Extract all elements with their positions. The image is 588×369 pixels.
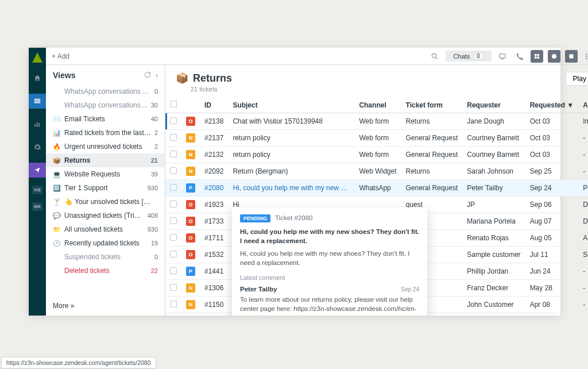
- conversations-icon[interactable]: [496, 50, 509, 63]
- col-7[interactable]: Requested ▼: [525, 97, 579, 113]
- ticket-requester: Sample customer: [462, 247, 525, 263]
- apps-grid-icon[interactable]: [582, 50, 588, 63]
- view-item-icon: 🍸: [53, 198, 61, 206]
- nav-home[interactable]: [29, 71, 46, 86]
- chats-pill[interactable]: Chats0: [446, 51, 492, 62]
- row-checkbox[interactable]: [170, 251, 177, 257]
- ticket-requester: Courtney Barnett: [462, 147, 525, 163]
- row-checkbox[interactable]: [170, 117, 177, 124]
- col-6[interactable]: Requester: [462, 97, 525, 113]
- view-item-3[interactable]: 📊Rated tickets from the last 7 d…2: [46, 126, 165, 140]
- search-icon[interactable]: [428, 50, 441, 63]
- ticket-id: #1923: [200, 197, 228, 213]
- ticket-form: Returns: [401, 163, 463, 180]
- col-8[interactable]: Assigne: [578, 97, 588, 113]
- view-item-icon: 💬: [53, 212, 61, 220]
- nav-admin[interactable]: [29, 140, 46, 155]
- view-item-count: 0: [154, 253, 158, 260]
- col-3[interactable]: Subject: [228, 97, 354, 113]
- ticket-requested: Aug 07: [525, 213, 579, 230]
- more-views-link[interactable]: More »: [46, 296, 165, 316]
- view-item-label: Tier 1 Support: [64, 184, 144, 192]
- play-button[interactable]: Play: [566, 72, 588, 86]
- row-checkbox[interactable]: [170, 201, 177, 207]
- ticket-subject: return policy: [228, 147, 354, 163]
- ticket-requested: Sep 06: [525, 197, 579, 213]
- ticket-row[interactable]: P #2080 Hi, could you help me with my ne…: [165, 180, 588, 197]
- view-item-count: 39: [151, 171, 158, 178]
- view-item-4[interactable]: 🔥Urgent unresolved tickets2: [46, 140, 165, 153]
- row-checkbox[interactable]: [170, 284, 177, 291]
- nav-badge-2[interactable]: BR: [32, 202, 42, 211]
- view-item-7[interactable]: 🔟Tier 1 Support930: [46, 181, 165, 195]
- nav-reporting[interactable]: [29, 117, 46, 132]
- collapse-icon[interactable]: ‹: [156, 71, 158, 79]
- app-icon-2[interactable]: [548, 50, 560, 63]
- ticket-row[interactable]: O #2138 Chat with Visitor 1570139948 Web…: [165, 113, 588, 130]
- views-sidebar: Views ‹ WhatsApp conversations - Assig…0…: [46, 65, 165, 316]
- row-checkbox[interactable]: [170, 267, 177, 274]
- comment-author: Peter Tailby: [240, 286, 277, 293]
- view-icon: 📦: [176, 72, 188, 84]
- view-item-8[interactable]: 🍸👆 Your unsolved tickets [Skil…: [46, 195, 165, 209]
- view-item-1[interactable]: WhatsApp conversations - Unass…30: [46, 98, 165, 112]
- refresh-icon[interactable]: [144, 71, 151, 79]
- status-badge: N: [186, 300, 195, 309]
- view-item-10[interactable]: 📁All unsolved tickets930: [46, 222, 165, 236]
- add-button[interactable]: + Add: [52, 52, 69, 60]
- ticket-channel: WhatsApp: [354, 180, 401, 197]
- view-item-11[interactable]: 🕐Recently updated tickets19: [46, 236, 165, 250]
- col-0[interactable]: [165, 97, 181, 113]
- ticket-assignee: -: [578, 130, 588, 147]
- ticket-requester: Sarah Johnson: [462, 163, 525, 180]
- nav-views[interactable]: [29, 94, 46, 109]
- view-item-9[interactable]: 💬Unassigned tickets (Triage)408: [46, 209, 165, 222]
- app-icon-3[interactable]: [565, 50, 578, 63]
- select-all-checkbox[interactable]: [170, 101, 177, 107]
- svg-rect-10: [537, 54, 539, 56]
- row-checkbox[interactable]: [170, 167, 177, 174]
- view-item-label: Website Requests: [64, 170, 148, 178]
- ticket-requester: Courtney Barnett: [462, 130, 525, 147]
- nav-channels[interactable]: [29, 163, 46, 178]
- popover-headline: Hi, could you help me with my new shoes?…: [240, 227, 419, 245]
- chats-count: 0: [473, 52, 483, 60]
- svg-rect-9: [535, 54, 537, 56]
- view-item-count: 930: [148, 184, 158, 191]
- svg-rect-3: [34, 124, 36, 127]
- view-item-6[interactable]: 💻Website Requests39: [46, 167, 165, 181]
- ticket-assignee: Daniel Ru: [578, 213, 588, 230]
- row-checkbox[interactable]: [170, 217, 177, 224]
- ticket-channel: Web form: [354, 147, 401, 163]
- status-badge: P: [186, 183, 195, 193]
- view-item-12[interactable]: Suspended tickets0: [46, 250, 165, 264]
- ticket-row[interactable]: N #2092 Return (Bergman) Web Widget Retu…: [165, 163, 588, 180]
- view-item-13[interactable]: Deleted tickets22: [46, 264, 165, 278]
- svg-rect-8: [500, 53, 506, 57]
- row-checkbox[interactable]: [170, 184, 177, 191]
- ticket-requested: Sep 24: [525, 180, 579, 197]
- nav-badge-1[interactable]: KB: [32, 186, 42, 194]
- phone-icon[interactable]: [513, 50, 526, 63]
- ticket-row[interactable]: N #2132 return policy Web form General R…: [165, 147, 588, 163]
- view-item-0[interactable]: WhatsApp conversations - Assig…0: [46, 84, 165, 98]
- row-checkbox[interactable]: [170, 234, 177, 241]
- ticket-requested: Sep 25: [525, 163, 579, 180]
- row-checkbox[interactable]: [170, 301, 177, 308]
- ticket-subject: Chat with Visitor 1570139948: [228, 113, 354, 130]
- col-1[interactable]: [181, 97, 200, 113]
- view-item-label: WhatsApp conversations - Unass…: [64, 101, 148, 109]
- app-icon-1[interactable]: [531, 50, 543, 63]
- view-item-icon: 🕐: [53, 240, 61, 247]
- ticket-row[interactable]: N #2137 return policy Web form General R…: [165, 130, 588, 147]
- view-item-5[interactable]: 📦Returns21: [46, 153, 165, 167]
- col-4[interactable]: Channel: [354, 97, 401, 113]
- svg-rect-11: [535, 56, 537, 59]
- view-item-icon: 📊: [53, 129, 61, 137]
- col-2[interactable]: ID: [200, 97, 228, 113]
- ticket-assignee: Daniel Ru: [578, 197, 588, 213]
- row-checkbox[interactable]: [170, 151, 177, 157]
- col-5[interactable]: Ticket form: [401, 97, 463, 113]
- view-item-2[interactable]: ✉️Email Tickets40: [46, 112, 165, 126]
- row-checkbox[interactable]: [170, 134, 177, 141]
